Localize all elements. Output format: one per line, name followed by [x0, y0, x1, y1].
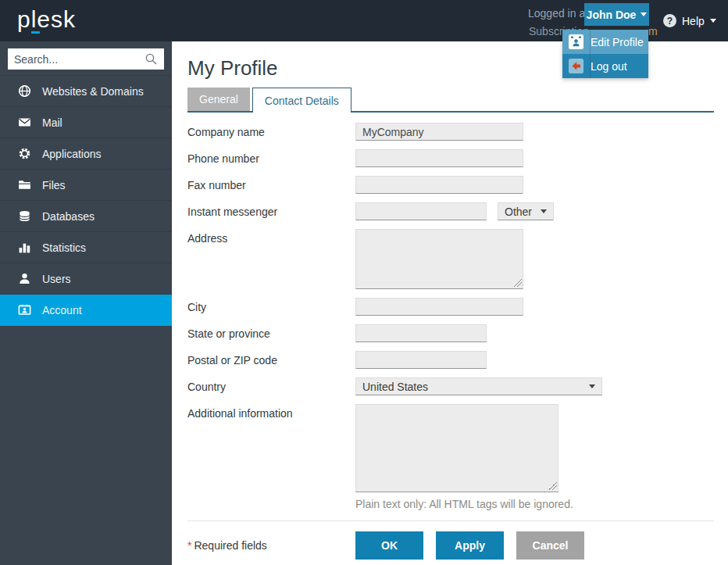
form-row-postal-code: Postal or ZIP code — [187, 351, 714, 369]
bar-chart-icon — [18, 241, 31, 254]
sidebar-item-databases[interactable]: Databases — [0, 201, 172, 232]
phone-number-input[interactable] — [355, 149, 523, 167]
fax-number-input[interactable] — [355, 176, 523, 194]
menu-item-edit-profile[interactable]: Edit Profile — [562, 30, 648, 54]
field-label: City — [187, 298, 355, 316]
menu-item-log-out[interactable]: Log out — [562, 54, 648, 78]
form-row-instant-messenger: Instant messenger Other — [187, 202, 714, 220]
sidebar-item-label: Websites & Domains — [42, 85, 144, 98]
help-label: Help — [682, 15, 705, 27]
sidebar-item-applications[interactable]: Applications — [0, 138, 172, 170]
form-row-city: City — [187, 298, 714, 316]
country-select-value: United States — [362, 381, 428, 393]
mail-icon — [18, 116, 31, 129]
user-menu-button[interactable]: John Doe — [584, 3, 649, 26]
field-label: Fax number — [187, 176, 355, 194]
sidebar-item-label: Users — [42, 273, 71, 285]
country-select[interactable]: United States — [355, 377, 602, 395]
chevron-down-icon — [710, 19, 716, 23]
sidebar-item-label: Applications — [42, 148, 102, 160]
menu-item-label: Log out — [591, 60, 627, 73]
tab-general[interactable]: General — [187, 88, 250, 111]
contact-details-form: Company name Phone number Fax number Ins… — [187, 123, 714, 560]
cancel-button[interactable]: Cancel — [516, 531, 584, 560]
main-content: My Profile General Contact Details Compa… — [172, 41, 728, 565]
sidebar-nav: Websites & Domains Mail Applications — [0, 75, 172, 326]
sidebar-item-users[interactable]: Users — [0, 263, 172, 295]
postal-code-input[interactable] — [355, 351, 487, 369]
form-footer: *Required fields OK Apply Cancel — [187, 531, 714, 560]
help-icon: ? — [663, 14, 676, 27]
form-row-company-name: Company name — [187, 123, 714, 141]
field-label: Phone number — [187, 149, 355, 167]
sidebar-item-label: Account — [42, 304, 82, 316]
field-label: Additional information — [187, 404, 355, 492]
search-icon — [145, 52, 158, 66]
plain-text-hint: Plain text only: All HTML tags will be i… — [355, 498, 714, 510]
chevron-down-icon — [589, 384, 595, 388]
subscription-domain-text[interactable]: m — [648, 25, 658, 38]
menu-item-label: Edit Profile — [591, 36, 644, 48]
sidebar-item-statistics[interactable]: Statistics — [0, 232, 172, 263]
gear-icon — [18, 147, 31, 160]
address-textarea[interactable] — [355, 229, 523, 289]
sidebar-item-label: Files — [42, 179, 66, 191]
profile-badge-icon — [562, 30, 591, 54]
required-fields-note: *Required fields — [187, 539, 355, 552]
sidebar-item-label: Statistics — [42, 241, 86, 254]
logged-in-as-label: Logged in as — [528, 7, 591, 20]
sidebar: Websites & Domains Mail Applications — [0, 41, 172, 565]
im-type-select-value: Other — [505, 206, 532, 218]
form-row-phone-number: Phone number — [187, 149, 714, 167]
company-name-input[interactable] — [355, 123, 523, 141]
sidebar-item-files[interactable]: Files — [0, 170, 172, 201]
sidebar-item-account[interactable]: Account — [0, 295, 172, 326]
resize-handle-icon[interactable] — [514, 279, 522, 287]
chevron-down-icon — [541, 209, 547, 213]
form-row-additional-info: Additional information — [187, 404, 714, 492]
search-box — [8, 48, 164, 70]
user-icon — [18, 272, 31, 285]
field-label: State or province — [187, 324, 355, 342]
state-input[interactable] — [355, 324, 487, 342]
required-star: * — [187, 539, 191, 552]
folder-icon — [18, 178, 31, 191]
id-card-icon — [18, 303, 31, 316]
sidebar-item-mail[interactable]: Mail — [0, 107, 172, 138]
form-divider — [187, 520, 714, 521]
field-label: Address — [187, 229, 355, 289]
field-label: Country — [187, 377, 355, 395]
chevron-down-icon — [641, 13, 647, 16]
sidebar-item-label: Databases — [42, 210, 95, 223]
field-label: Instant messenger — [187, 202, 355, 220]
form-row-fax-number: Fax number — [187, 176, 714, 194]
sidebar-item-websites-domains[interactable]: Websites & Domains — [0, 76, 172, 107]
globe-icon — [18, 84, 31, 98]
search-input[interactable] — [8, 53, 145, 66]
form-row-state: State or province — [187, 324, 714, 342]
im-type-select[interactable]: Other — [498, 202, 554, 220]
field-label: Postal or ZIP code — [187, 351, 355, 369]
additional-info-textarea[interactable] — [355, 404, 558, 492]
form-row-address: Address — [187, 229, 714, 289]
database-icon — [18, 209, 31, 223]
plesk-logo[interactable]: plesk — [17, 6, 76, 33]
instant-messenger-input[interactable] — [355, 202, 487, 220]
sidebar-item-label: Mail — [42, 116, 62, 129]
tab-contact-details[interactable]: Contact Details — [252, 88, 352, 113]
resize-handle-icon[interactable] — [549, 482, 557, 490]
city-input[interactable] — [355, 298, 523, 316]
plesk-logo-underline: l — [31, 6, 37, 32]
apply-button[interactable]: Apply — [436, 531, 504, 560]
form-row-country: Country United States — [187, 377, 714, 395]
logout-arrow-icon — [562, 54, 591, 78]
tab-bar: General Contact Details — [187, 88, 714, 113]
required-note-text: Required fields — [194, 539, 266, 552]
help-menu-button[interactable]: ? Help — [663, 14, 716, 27]
ok-button[interactable]: OK — [355, 531, 423, 560]
field-label: Company name — [187, 123, 355, 141]
user-name: John Doe — [587, 9, 637, 21]
user-dropdown-menu: Edit Profile Log out — [562, 30, 648, 78]
